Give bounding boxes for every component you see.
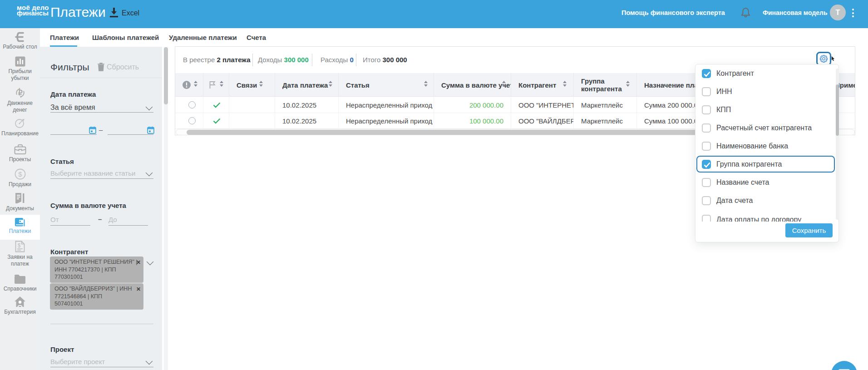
svg-text:$: $: [18, 242, 21, 249]
svg-text:₽: ₽: [18, 89, 22, 97]
svg-text:$: $: [18, 170, 22, 178]
